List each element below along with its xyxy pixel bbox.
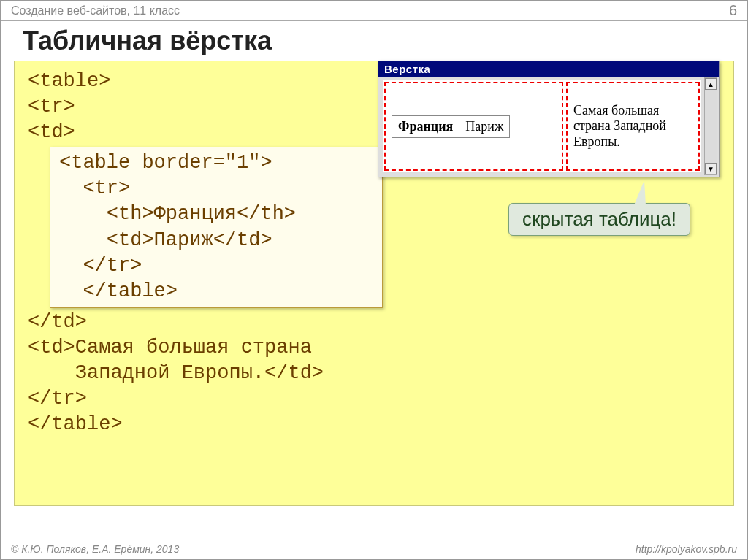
code-line: </tr> bbox=[59, 253, 373, 279]
footer: © К.Ю. Поляков, Е.А. Ерёмин, 2013 http:/… bbox=[1, 540, 747, 559]
footer-url: http://kpolyakov.spb.ru bbox=[636, 543, 737, 555]
preview-td: Париж bbox=[459, 115, 510, 137]
code-line: <table border="1"> bbox=[59, 150, 373, 176]
outer-cell-right: Самая большая страна Западной Европы. bbox=[566, 82, 700, 171]
code-line: </table> bbox=[59, 279, 373, 304]
inner-code-box: <table border="1"> <tr> <th>Франция</th>… bbox=[50, 147, 383, 308]
code-line: Западной Европы.</td> bbox=[28, 361, 720, 386]
code-line: <td>Самая большая страна bbox=[28, 335, 720, 361]
browser-preview: Верстка Франция Париж Самая большая стра… bbox=[378, 61, 720, 177]
inner-preview-table: Франция Париж bbox=[392, 115, 510, 138]
preview-description: Самая большая страна Западной Европы. bbox=[573, 103, 692, 150]
footer-copyright: © К.Ю. Поляков, Е.А. Ерёмин, 2013 bbox=[11, 543, 179, 555]
content-area: <table> <tr> <td> <table border="1"> <tr… bbox=[14, 61, 734, 513]
preview-titlebar: Верстка bbox=[378, 61, 719, 77]
topbar: Создание веб-сайтов, 11 класс 6 bbox=[1, 1, 747, 21]
page-title: Табличная вёрстка bbox=[1, 21, 747, 61]
code-line: </tr> bbox=[28, 386, 720, 412]
scroll-up-icon[interactable]: ▲ bbox=[705, 78, 717, 90]
scroll-down-icon[interactable]: ▼ bbox=[705, 163, 717, 174]
page-number: 6 bbox=[729, 2, 737, 19]
callout-bubble: скрытая таблица! bbox=[508, 203, 690, 236]
code-line: <td>Париж</td> bbox=[59, 228, 373, 253]
preview-th: Франция bbox=[392, 115, 459, 137]
code-line: <tr> bbox=[59, 176, 373, 202]
outer-cell-left: Франция Париж bbox=[384, 82, 563, 171]
code-line: </table> bbox=[28, 412, 720, 437]
table-row: Франция Париж bbox=[392, 115, 510, 137]
scrollbar[interactable]: ▲ ▼ bbox=[704, 77, 717, 175]
code-line: </td> bbox=[28, 310, 720, 335]
course-label: Создание веб-сайтов, 11 класс bbox=[11, 4, 180, 18]
code-line: <th>Франция</th> bbox=[59, 202, 373, 227]
preview-body: Франция Париж Самая большая страна Запад… bbox=[383, 80, 701, 172]
slide: Создание веб-сайтов, 11 класс 6 Таблична… bbox=[0, 0, 748, 560]
